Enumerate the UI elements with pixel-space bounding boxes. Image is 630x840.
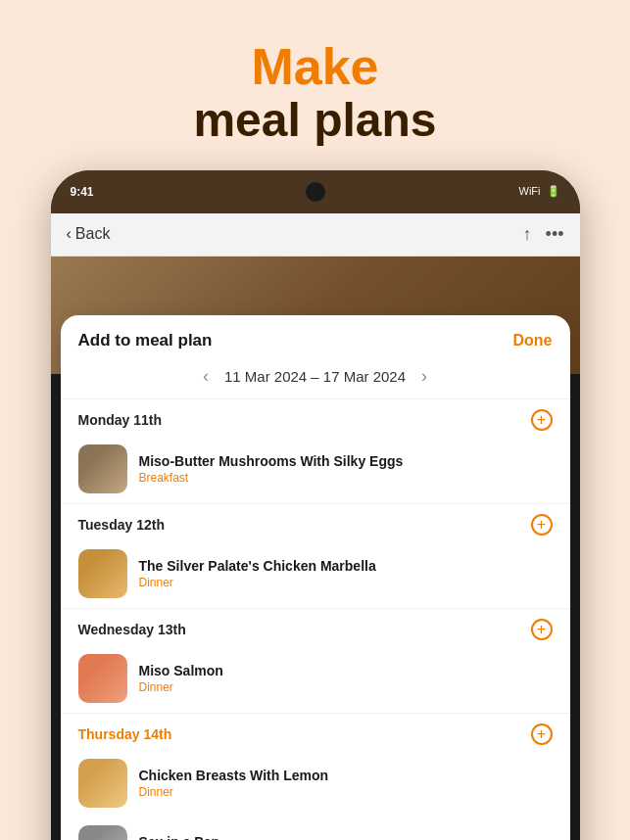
- add-recipe-thursday[interactable]: +: [531, 723, 553, 745]
- recipe-item-monday-0[interactable]: Miso-Butter Mushrooms With Silky EggsBre…: [61, 437, 570, 503]
- modal-title: Add to meal plan: [78, 331, 213, 350]
- back-chevron-icon: ‹: [67, 225, 72, 243]
- status-bar: 9:41 WiFi 🔋: [51, 170, 580, 213]
- recipe-item-wednesday-0[interactable]: Miso SalmonDinner: [61, 646, 570, 713]
- prev-week-button[interactable]: ‹: [203, 366, 209, 387]
- recipe-type-wednesday-0: Dinner: [139, 680, 553, 694]
- date-range-label: 11 Mar 2024 – 17 Mar 2024: [224, 368, 406, 385]
- day-section-thursday: Thursday 14th+Chicken Breasts With Lemon…: [61, 713, 570, 840]
- recipe-type-tuesday-0: Dinner: [139, 576, 553, 589]
- day-label-monday: Monday 11th: [78, 412, 163, 428]
- modal-header: Add to meal plan Done: [61, 315, 570, 360]
- day-section-wednesday: Wednesday 13th+Miso SalmonDinner: [61, 608, 570, 713]
- days-list: Monday 11th+Miso-Butter Mushrooms With S…: [61, 398, 570, 840]
- day-section-tuesday: Tuesday 12th+The Silver Palate's Chicken…: [61, 503, 570, 608]
- status-icons: WiFi 🔋: [519, 185, 560, 198]
- day-label-tuesday: Tuesday 12th: [78, 517, 165, 533]
- done-button[interactable]: Done: [513, 332, 553, 350]
- recipe-info-thursday-0: Chicken Breasts With LemonDinner: [139, 768, 553, 799]
- add-recipe-monday[interactable]: +: [531, 409, 553, 431]
- recipe-name-thursday-1: Sex in a Pan: [139, 834, 553, 840]
- recipe-item-thursday-1[interactable]: Sex in a PanSnacks: [61, 817, 570, 840]
- recipe-thumb-wednesday-0: [78, 654, 127, 703]
- day-label-thursday: Thursday 14th: [78, 726, 172, 742]
- device-notch: [306, 182, 325, 202]
- wifi-icon: WiFi: [519, 185, 541, 198]
- add-recipe-tuesday[interactable]: +: [531, 514, 553, 536]
- recipe-item-thursday-0[interactable]: Chicken Breasts With LemonDinner: [61, 751, 570, 817]
- status-time: 9:41: [71, 185, 94, 199]
- nav-actions: ↑ •••: [523, 224, 564, 245]
- recipe-item-tuesday-0[interactable]: The Silver Palate's Chicken MarbellaDinn…: [61, 541, 570, 608]
- recipe-thumb-thursday-0: [78, 759, 127, 808]
- more-icon[interactable]: •••: [546, 224, 564, 245]
- recipe-name-monday-0: Miso-Butter Mushrooms With Silky Eggs: [139, 453, 553, 469]
- day-header-tuesday: Tuesday 12th+: [61, 504, 570, 541]
- next-week-button[interactable]: ›: [421, 366, 427, 387]
- back-button[interactable]: ‹ Back: [67, 225, 111, 243]
- battery-icon: 🔋: [547, 185, 560, 198]
- headline-make: Make: [193, 39, 436, 95]
- recipe-info-thursday-1: Sex in a PanSnacks: [139, 834, 553, 840]
- nav-bar: ‹ Back ↑ •••: [51, 213, 580, 257]
- day-header-thursday: Thursday 14th+: [61, 714, 570, 751]
- recipe-type-thursday-0: Dinner: [139, 785, 553, 799]
- recipe-info-wednesday-0: Miso SalmonDinner: [139, 663, 553, 694]
- recipe-name-tuesday-0: The Silver Palate's Chicken Marbella: [139, 558, 553, 574]
- share-icon[interactable]: ↑: [523, 224, 532, 245]
- day-header-wednesday: Wednesday 13th+: [61, 609, 570, 646]
- back-label: Back: [75, 225, 111, 243]
- day-header-monday: Monday 11th+: [61, 399, 570, 437]
- headline: Make meal plans: [193, 39, 436, 147]
- day-label-wednesday: Wednesday 13th: [78, 622, 186, 637]
- recipe-info-tuesday-0: The Silver Palate's Chicken MarbellaDinn…: [139, 558, 553, 589]
- recipe-name-wednesday-0: Miso Salmon: [139, 663, 553, 678]
- add-recipe-wednesday[interactable]: +: [531, 619, 553, 640]
- recipe-thumb-tuesday-0: [78, 549, 127, 598]
- meal-plan-modal: Add to meal plan Done ‹ 11 Mar 2024 – 17…: [61, 315, 570, 840]
- recipe-type-monday-0: Breakfast: [139, 471, 553, 485]
- recipe-name-thursday-0: Chicken Breasts With Lemon: [139, 768, 553, 783]
- headline-sub: meal plans: [193, 95, 436, 147]
- date-navigation: ‹ 11 Mar 2024 – 17 Mar 2024 ›: [61, 360, 570, 398]
- recipe-thumb-monday-0: [78, 444, 127, 493]
- recipe-thumb-thursday-1: [78, 825, 127, 840]
- day-section-monday: Monday 11th+Miso-Butter Mushrooms With S…: [61, 398, 570, 503]
- device-frame: 9:41 WiFi 🔋 ‹ Back ↑ ••• Add to meal pla…: [51, 170, 580, 840]
- recipe-info-monday-0: Miso-Butter Mushrooms With Silky EggsBre…: [139, 453, 553, 485]
